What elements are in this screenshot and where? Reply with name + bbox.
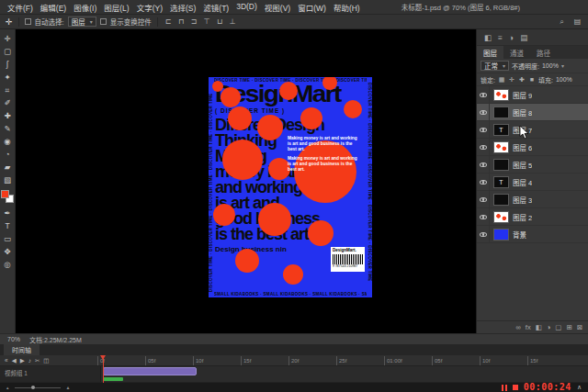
menu-item[interactable]: 文字(Y) — [133, 2, 166, 13]
adjustments-panel-icon[interactable]: ◑ — [509, 33, 514, 42]
lock-transparency-icon[interactable]: ▦ — [498, 76, 505, 84]
menu-item[interactable]: 3D(D) — [232, 2, 261, 13]
transition-button[interactable]: ◫ — [43, 357, 49, 364]
properties-panel-icon[interactable]: ≡ — [498, 33, 503, 42]
auto-select-checkbox[interactable] — [25, 18, 31, 25]
shape-tool[interactable]: ▭ — [1, 232, 15, 245]
visibility-toggle[interactable] — [477, 156, 490, 173]
magic-wand-tool[interactable]: ✦ — [1, 71, 15, 84]
eyedropper-tool[interactable]: ✐ — [1, 96, 15, 109]
timeline-zoom-slider[interactable] — [15, 387, 61, 388]
zoom-level[interactable]: 70% — [7, 336, 20, 342]
crop-tool[interactable]: ⌗ — [1, 84, 15, 96]
panel-tab-2[interactable]: 通道 — [503, 46, 530, 59]
layer-row[interactable]: 图层 3 — [477, 191, 588, 208]
zoom-out-mountain-icon[interactable]: ▴ — [6, 385, 9, 390]
menu-item[interactable]: 编辑(E) — [37, 2, 70, 13]
align-center-horizontal-icon[interactable]: ⊓ — [176, 17, 187, 26]
split-clip-button[interactable]: ✂ — [35, 357, 40, 364]
move-tool[interactable]: ✛ — [1, 32, 15, 45]
visibility-toggle[interactable] — [477, 121, 490, 138]
blend-mode-dropdown[interactable]: 正常 — [481, 61, 509, 71]
canvas-area[interactable]: DISCOVER TIME · DISCOVER TIME · DISCOVER… — [16, 29, 476, 333]
clone-stamp-tool[interactable]: ◉ — [1, 135, 15, 148]
menu-item[interactable]: 文件(F) — [4, 2, 37, 13]
video-clip[interactable] — [103, 367, 197, 375]
healing-brush-tool[interactable]: ✚ — [1, 109, 15, 122]
previous-frame-button[interactable]: ◀ — [12, 357, 17, 364]
visibility-toggle[interactable] — [477, 174, 490, 190]
menu-item[interactable]: 图像(I) — [70, 2, 100, 13]
workspace-icon[interactable]: ▤ — [572, 17, 582, 27]
layer-row[interactable]: T图层 7 — [477, 121, 588, 139]
delete-layer-icon[interactable]: ⊠ — [577, 323, 582, 331]
slider-knob[interactable] — [31, 386, 35, 389]
marquee-tool[interactable]: ▢ — [1, 45, 15, 58]
lasso-tool[interactable]: ʃ — [1, 58, 15, 71]
brush-tool[interactable]: ✎ — [1, 122, 15, 135]
type-tool[interactable]: T — [1, 219, 15, 232]
chevron-up-icon[interactable]: ∧ — [577, 384, 582, 391]
menu-item[interactable]: 滤镜(T) — [199, 2, 232, 13]
play-button[interactable]: ▶ — [20, 357, 25, 364]
menu-item[interactable]: 视图(V) — [261, 2, 294, 13]
layer-row[interactable]: 图层 2 — [477, 208, 588, 226]
auto-select-dropdown[interactable]: 图层 — [68, 17, 96, 27]
menu-item[interactable]: 窗口(W) — [294, 2, 330, 13]
search-icon[interactable]: ⌕ — [557, 17, 567, 27]
layer-row[interactable]: 图层 5 — [477, 156, 588, 174]
gradient-tool[interactable]: ▧ — [1, 174, 15, 186]
visibility-toggle[interactable] — [477, 226, 490, 242]
opacity-value[interactable]: 100% — [542, 62, 559, 69]
stop-recording-button[interactable] — [513, 385, 518, 390]
pause-recording-button[interactable] — [502, 385, 507, 391]
audio-clip[interactable] — [103, 377, 123, 381]
zoom-in-mountain-icon[interactable]: ▲ — [66, 385, 71, 390]
fill-value[interactable]: 100% — [556, 76, 572, 83]
layer-row[interactable]: 图层 8 — [477, 104, 588, 121]
visibility-toggle[interactable] — [477, 191, 490, 207]
visibility-toggle[interactable] — [477, 86, 490, 103]
libraries-panel-icon[interactable]: ▤ — [520, 33, 527, 42]
visibility-toggle[interactable] — [477, 139, 490, 155]
lock-all-icon[interactable]: ■ — [528, 76, 536, 84]
show-transform-checkbox[interactable] — [100, 18, 107, 25]
menu-item[interactable]: 选择(S) — [166, 2, 199, 13]
first-frame-button[interactable]: « — [5, 357, 8, 364]
tab-timeline[interactable]: 时间轴 — [4, 344, 40, 355]
playhead[interactable] — [103, 355, 104, 383]
new-layer-icon[interactable]: ⊞ — [566, 323, 571, 331]
adjustment-layer-icon[interactable]: ◑ — [547, 323, 551, 331]
align-left-icon[interactable]: ⊏ — [164, 17, 174, 26]
panel-tab-3[interactable]: 路径 — [530, 46, 557, 59]
zoom-tool[interactable]: ◎ — [1, 258, 15, 271]
show-transform-label: 显示变换控件 — [110, 17, 152, 27]
audio-mute-button[interactable]: ♪ — [28, 357, 31, 364]
menu-item[interactable]: 图层(L) — [100, 2, 132, 13]
align-right-icon[interactable]: ⊐ — [189, 17, 199, 26]
history-brush-tool[interactable]: ◔ — [1, 148, 15, 161]
menu-item[interactable]: 帮助(H) — [330, 2, 364, 13]
layer-row[interactable]: T图层 4 — [477, 174, 588, 191]
layer-mask-icon[interactable]: ◧ — [536, 323, 542, 331]
visibility-toggle[interactable] — [477, 208, 490, 225]
panel-tab-1[interactable]: 图层 — [477, 46, 503, 59]
lock-pixels-icon[interactable]: ✛ — [508, 76, 515, 84]
layer-row[interactable]: 图层 6 — [477, 139, 588, 156]
visibility-toggle[interactable] — [477, 104, 490, 120]
color-panel-icon[interactable]: ◧ — [484, 33, 492, 42]
eraser-tool[interactable]: ▰ — [1, 161, 15, 174]
align-bottom-icon[interactable]: ⊥ — [228, 17, 238, 26]
layer-row[interactable]: 图层 9 — [477, 86, 588, 104]
layer-effects-icon[interactable]: fx — [526, 323, 531, 331]
pen-tool[interactable]: ✒ — [1, 207, 15, 219]
align-top-icon[interactable]: ⊤ — [202, 17, 212, 26]
link-layers-icon[interactable]: ∞ — [515, 323, 520, 331]
hand-tool[interactable]: ✥ — [1, 245, 15, 258]
align-middle-icon[interactable]: ⊔ — [215, 17, 225, 26]
layer-row[interactable]: 背景 — [477, 226, 588, 243]
layer-group-icon[interactable]: ▢ — [555, 323, 561, 331]
foreground-color-swatch[interactable] — [1, 190, 9, 198]
lock-position-icon[interactable]: ✚ — [518, 76, 526, 84]
time-ruler[interactable]: 0f05f10f15f20f25f01:00f05f10f15f — [97, 355, 588, 365]
